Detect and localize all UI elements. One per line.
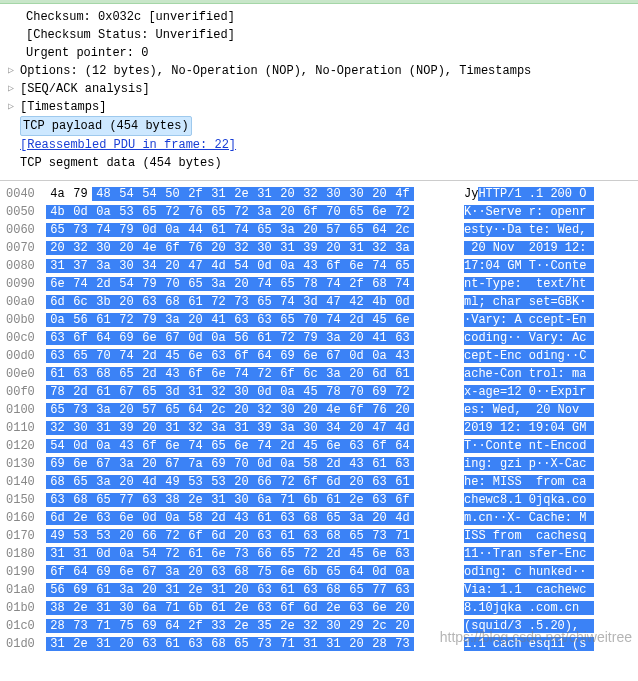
hex-ascii[interactable]: T··Conte nt-Encod (454, 439, 594, 453)
hex-bytes[interactable]: 323031392031323a31393a303420474d (46, 421, 454, 435)
hex-row[interactable]: 01c02873717569642f332e352e3230292c20(squ… (6, 617, 632, 635)
hex-ascii[interactable]: 1.1 cach esq11 (s (454, 637, 594, 651)
hex-row[interactable]: 01906f64696e673a206368756e6b65640d0aodin… (6, 563, 632, 581)
hex-bytes[interactable]: 31310d0a5472616e736665722d456e63 (46, 547, 454, 561)
hex-row[interactable]: 00e0616368652d436f6e74726f6c3a206d61ache… (6, 365, 632, 383)
hex-bytes[interactable]: 6368657763382e31306a716b612e636f (46, 493, 454, 507)
detail-urgent-pointer[interactable]: Urgent pointer: 0 (8, 44, 630, 62)
hex-row[interactable]: 0070203230204e6f7620323031392031323a 20 … (6, 239, 632, 257)
expand-icon[interactable] (8, 80, 20, 98)
hex-row[interactable]: 01a05669613a20312e312063616368657763Via:… (6, 581, 632, 599)
hex-bytes[interactable]: 4a79485454502f312e3120323030204f (46, 187, 454, 201)
hex-dump-pane[interactable]: 00404a79485454502f312e3120323030204fJyHT… (0, 180, 638, 659)
hex-ascii[interactable]: m.cn··X- Cache: M (454, 511, 594, 525)
hex-row[interactable]: 0060657374790d0a446174653a205765642cesty… (6, 221, 632, 239)
hex-ascii[interactable]: esty··Da te: Wed, (454, 223, 594, 237)
hex-ascii[interactable]: 17:04 GM T··Conte (454, 259, 594, 273)
hex-row[interactable]: 00404a79485454502f312e3120323030204fJyHT… (6, 185, 632, 203)
hex-row[interactable]: 01606d2e636e0d0a582d43616368653a204dm.cn… (6, 509, 632, 527)
hex-bytes[interactable]: 782d6167653d3132300d0a4578706972 (46, 385, 454, 399)
hex-row[interactable]: 0110323031392031323a31393a303420474d2019… (6, 419, 632, 437)
hex-ascii[interactable]: K··Serve r: openr (454, 205, 594, 219)
hex-ascii[interactable]: es: Wed, 20 Nov (454, 403, 594, 417)
detail-timestamps[interactable]: [Timestamps] (8, 98, 630, 116)
hex-offset: 01d0 (6, 637, 46, 651)
expand-icon[interactable] (8, 98, 20, 116)
hex-offset: 0120 (6, 439, 46, 453)
hex-row[interactable]: 018031310d0a5472616e736665722d456e6311··… (6, 545, 632, 563)
hex-row[interactable]: 008031373a303420474d540d0a436f6e746517:0… (6, 257, 632, 275)
hex-row[interactable]: 01506368657763382e31306a716b612e636fchew… (6, 491, 632, 509)
hex-row[interactable]: 00504b0d0a5365727665723a206f70656e72K··S… (6, 203, 632, 221)
hex-ascii[interactable]: 2019 12: 19:04 GM (454, 421, 594, 435)
hex-row[interactable]: 0130696e673a20677a69700d0a582d436163ing:… (6, 455, 632, 473)
hex-offset: 0190 (6, 565, 46, 579)
hex-bytes[interactable]: 6d6c3b20636861727365743d47424b0d (46, 295, 454, 309)
hex-bytes[interactable]: 4953532066726f6d2063616368657371 (46, 529, 454, 543)
hex-ascii[interactable]: he: MISS from ca (454, 475, 594, 489)
hex-offset: 0170 (6, 529, 46, 543)
hex-ascii[interactable]: 11··Tran sfer-Enc (454, 547, 594, 561)
hex-offset: 0130 (6, 457, 46, 471)
hex-ascii[interactable]: coding·· Vary: Ac (454, 331, 594, 345)
hex-bytes[interactable]: 636570742d456e636f64696e670d0a43 (46, 349, 454, 363)
hex-row[interactable]: 00a06d6c3b20636861727365743d47424b0dml; … (6, 293, 632, 311)
detail-reassembled[interactable]: [Reassembled PDU in frame: 22] (8, 136, 630, 154)
hex-bytes[interactable]: 540d0a436f6e74656e742d456e636f64 (46, 439, 454, 453)
detail-tcp-payload[interactable]: TCP payload (454 bytes) (8, 116, 630, 136)
hex-ascii[interactable]: nt-Type: text/ht (454, 277, 594, 291)
hex-bytes[interactable]: 636f64696e670d0a566172793a204163 (46, 331, 454, 345)
hex-ascii[interactable]: ache-Con trol: ma (454, 367, 594, 381)
hex-row[interactable]: 01704953532066726f6d2063616368657371ISS … (6, 527, 632, 545)
hex-ascii[interactable]: cept-Enc oding··C (454, 349, 594, 363)
hex-ascii[interactable]: 20 Nov 2019 12: (454, 241, 594, 255)
detail-options[interactable]: Options: (12 bytes), No-Operation (NOP),… (8, 62, 630, 80)
hex-row[interactable]: 0120540d0a436f6e74656e742d456e636f64T··C… (6, 437, 632, 455)
hex-offset: 0070 (6, 241, 46, 255)
hex-bytes[interactable]: 657374790d0a446174653a205765642c (46, 223, 454, 237)
detail-checksum-status[interactable]: [Checksum Status: Unverified] (8, 26, 630, 44)
hex-bytes[interactable]: 68653a204d4953532066726f6d206361 (46, 475, 454, 489)
hex-row[interactable]: 00c0636f64696e670d0a566172793a204163codi… (6, 329, 632, 347)
hex-ascii[interactable]: ing: gzi p··X-Cac (454, 457, 594, 471)
hex-bytes[interactable]: 2873717569642f332e352e3230292c20 (46, 619, 454, 633)
hex-ascii[interactable]: JyHTTP/1 .1 200 O (454, 187, 594, 201)
hex-row[interactable]: 014068653a204d4953532066726f6d206361he: … (6, 473, 632, 491)
hex-ascii[interactable]: ISS from cachesq (454, 529, 594, 543)
hex-ascii[interactable]: Via: 1.1 cachewc (454, 583, 594, 597)
hex-row[interactable]: 00d0636570742d456e636f64696e670d0a43cept… (6, 347, 632, 365)
hex-bytes[interactable]: 31373a303420474d540d0a436f6e7465 (46, 259, 454, 273)
hex-row[interactable]: 01b0382e31306a716b612e636f6d2e636e208.10… (6, 599, 632, 617)
detail-checksum[interactable]: Checksum: 0x032c [unverified] (8, 8, 630, 26)
hex-ascii[interactable]: 8.10jqka .com.cn (454, 601, 594, 615)
hex-offset: 0140 (6, 475, 46, 489)
hex-ascii[interactable]: chewc8.1 0jqka.co (454, 493, 594, 507)
hex-ascii[interactable]: oding: c hunked·· (454, 565, 594, 579)
hex-bytes[interactable]: 6e742d547970653a20746578742f6874 (46, 277, 454, 291)
hex-ascii[interactable]: (squid/3 .5.20), (454, 619, 594, 633)
hex-bytes[interactable]: 0a566172793a204163636570742d456e (46, 313, 454, 327)
detail-tcp-segment[interactable]: TCP segment data (454 bytes) (8, 154, 630, 172)
detail-seq-ack[interactable]: [SEQ/ACK analysis] (8, 80, 630, 98)
hex-row[interactable]: 00906e742d547970653a20746578742f6874nt-T… (6, 275, 632, 293)
hex-ascii[interactable]: x-age=12 0··Expir (454, 385, 594, 399)
hex-row[interactable]: 01d0312e31206361636865737131312028731.1 … (6, 635, 632, 653)
hex-offset: 0040 (6, 187, 46, 201)
hex-bytes[interactable]: 5669613a20312e312063616368657763 (46, 583, 454, 597)
hex-bytes[interactable]: 6f64696e673a206368756e6b65640d0a (46, 565, 454, 579)
hex-row[interactable]: 00b00a566172793a204163636570742d456e·Var… (6, 311, 632, 329)
hex-bytes[interactable]: 312e3120636163686573713131202873 (46, 637, 454, 651)
hex-bytes[interactable]: 616368652d436f6e74726f6c3a206d61 (46, 367, 454, 381)
hex-offset: 0090 (6, 277, 46, 291)
hex-bytes[interactable]: 65733a205765642c203230204e6f7620 (46, 403, 454, 417)
hex-ascii[interactable]: ml; char set=GBK· (454, 295, 594, 309)
hex-bytes[interactable]: 4b0d0a5365727665723a206f70656e72 (46, 205, 454, 219)
hex-bytes[interactable]: 382e31306a716b612e636f6d2e636e20 (46, 601, 454, 615)
hex-bytes[interactable]: 6d2e636e0d0a582d43616368653a204d (46, 511, 454, 525)
hex-ascii[interactable]: ·Vary: A ccept-En (454, 313, 594, 327)
hex-row[interactable]: 00f0782d6167653d3132300d0a4578706972x-ag… (6, 383, 632, 401)
expand-icon[interactable] (8, 62, 20, 80)
hex-bytes[interactable]: 203230204e6f7620323031392031323a (46, 241, 454, 255)
hex-row[interactable]: 010065733a205765642c203230204e6f7620es: … (6, 401, 632, 419)
hex-bytes[interactable]: 696e673a20677a69700d0a582d436163 (46, 457, 454, 471)
